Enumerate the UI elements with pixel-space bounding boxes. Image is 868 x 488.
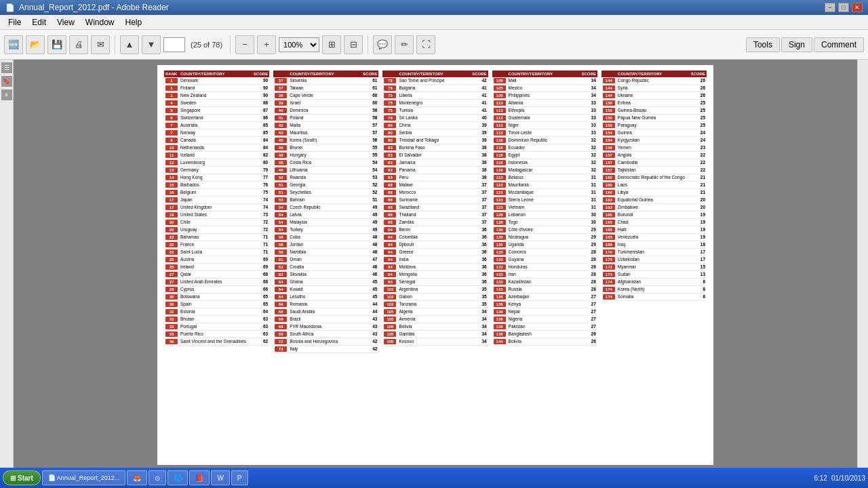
open-button[interactable]: 📂 <box>26 35 45 54</box>
score-cell: 77 <box>252 174 269 182</box>
country-cell: Lesotho <box>288 293 361 301</box>
fit-page-button[interactable]: ⊞ <box>322 35 341 54</box>
taskbar-acrobat[interactable]: 📄 Annual_Report_2012... <box>42 470 126 485</box>
country-cell: Bahrain <box>288 197 361 204</box>
zoom-select[interactable]: 100% 75% 125% 150% <box>279 37 319 52</box>
layers-icon[interactable]: ≡ <box>1 89 12 100</box>
rank-cell: 66 <box>273 308 288 316</box>
table-row: 154Guinea24 <box>601 129 707 137</box>
score-cell: 48 <box>361 249 378 256</box>
score-cell: 54 <box>361 159 378 167</box>
country-cell: Papua New Guinea <box>616 115 690 122</box>
start-button[interactable]: ⊞Start <box>3 470 41 485</box>
score-cell: 75 <box>252 189 269 197</box>
menu-edit[interactable]: Edit <box>26 16 52 28</box>
score-cell: 36 <box>471 226 488 234</box>
col-score-1: SCORE <box>252 70 269 77</box>
score-cell: 38 <box>471 174 488 182</box>
taskbar-ie[interactable]: 🌐 <box>167 470 188 485</box>
save-button[interactable]: 💾 <box>47 35 66 54</box>
taskbar-word[interactable]: W <box>211 470 229 485</box>
prev-page-button[interactable]: ▲ <box>120 35 139 54</box>
score-cell: 22 <box>690 167 707 174</box>
minimize-button[interactable]: − <box>825 3 835 12</box>
country-cell: Eritrea <box>616 100 690 107</box>
rank-cell: 113 <box>492 100 507 107</box>
col-country-1: COUNTRY/TERRITORY <box>179 70 252 77</box>
score-cell: 65 <box>252 301 269 308</box>
title-bar-controls[interactable]: − □ ✕ <box>825 3 863 12</box>
country-cell: Turkey <box>288 226 361 234</box>
taskbar-ppt[interactable]: P <box>231 470 248 485</box>
markup-button[interactable]: ✏ <box>395 35 414 54</box>
rank-cell: 33 <box>164 331 179 338</box>
new-button[interactable]: 🆕 <box>4 35 23 54</box>
table-row: 123Mozambique31 <box>492 189 597 197</box>
rank-cell: 80 <box>382 129 397 137</box>
country-cell: Peru <box>397 174 471 182</box>
table-row: 128Lebanon30 <box>492 211 597 219</box>
table-row: 150Papua New Guinea25 <box>601 115 707 122</box>
table-body-4: 105Mali34105Mexico34105Philippines34113A… <box>492 77 597 346</box>
rank-cell: 105 <box>382 331 397 338</box>
menu-view[interactable]: View <box>52 16 80 28</box>
page-number-input[interactable]: 21 <box>163 37 185 52</box>
comment-button[interactable]: 💬 <box>373 35 392 54</box>
table-row: 39Israel60 <box>273 100 378 107</box>
menu-file[interactable]: File <box>3 16 26 28</box>
print-button[interactable]: 🖨 <box>69 35 88 54</box>
table-row: 163Zimbabwe20 <box>601 204 707 211</box>
nav-icon[interactable]: ☰ <box>1 62 12 73</box>
right-panel[interactable] <box>857 60 868 470</box>
bookmark-icon[interactable]: 🔖 <box>1 76 12 87</box>
tools-button[interactable]: Tools <box>746 37 780 52</box>
rank-cell: 123 <box>492 182 507 189</box>
fit-width-button[interactable]: ⊟ <box>344 35 363 54</box>
zoom-in-button[interactable]: + <box>257 35 276 54</box>
separator-2 <box>230 35 231 54</box>
table-row: 72Bosnia and Herzegovina42 <box>273 338 378 346</box>
comment-tool-button[interactable]: Comment <box>814 37 864 52</box>
table-row: 75Bulgaria41 <box>382 85 488 92</box>
rank-cell: 33 <box>164 323 179 331</box>
table-row: 51Seychelles52 <box>273 189 378 197</box>
taskbar-reader-2[interactable]: 📕 <box>189 470 210 485</box>
table-row: 22Saint Lucia71 <box>164 249 269 256</box>
zoom-out-button[interactable]: − <box>235 35 254 54</box>
rank-cell: 54 <box>273 219 288 226</box>
menu-help[interactable]: Help <box>120 16 148 28</box>
score-cell: 37 <box>471 219 488 226</box>
next-page-button[interactable]: ▼ <box>142 35 161 54</box>
maximize-button[interactable]: □ <box>838 3 849 12</box>
country-cell: Pakistan <box>507 323 580 331</box>
close-button[interactable]: ✕ <box>852 3 863 12</box>
email-button[interactable]: ✉ <box>91 35 110 54</box>
menu-window[interactable]: Window <box>80 16 120 28</box>
country-cell: New Zealand <box>179 92 252 100</box>
country-cell: Sweden <box>179 100 252 107</box>
score-cell: 21 <box>690 174 707 182</box>
table-row: 160Laos21 <box>601 182 707 189</box>
taskbar-firefox[interactable]: 🦊 <box>127 470 147 485</box>
table-row: 133Honduras28 <box>492 264 597 271</box>
rank-cell: 160 <box>601 189 616 197</box>
table-row: 16Belgium75 <box>164 189 269 197</box>
score-cell: 19 <box>690 234 707 241</box>
rank-cell: 83 <box>382 144 397 152</box>
table-row: 139Kenya27 <box>492 301 597 308</box>
sign-button[interactable]: Sign <box>781 37 812 52</box>
country-cell: Cape Verde <box>288 92 361 100</box>
table-row: 94Benin36 <box>382 226 488 234</box>
score-cell: 48 <box>361 241 378 249</box>
rank-cell: 102 <box>382 286 397 293</box>
rank-table-5: COUNTRY/TERRITORY SCORE 144Congo Republi… <box>601 70 707 301</box>
country-cell: Argentina <box>397 286 471 293</box>
table-row: 170Uzbekistan17 <box>601 256 707 264</box>
score-cell: 35 <box>471 293 488 301</box>
rank-cell: 160 <box>601 182 616 189</box>
fullscreen-button[interactable]: ⛶ <box>416 35 435 54</box>
table-row: 22France71 <box>164 241 269 249</box>
score-cell: 52 <box>361 189 378 197</box>
taskbar-chrome[interactable]: ⊙ <box>149 470 166 485</box>
rank-cell: 9 <box>164 137 179 144</box>
